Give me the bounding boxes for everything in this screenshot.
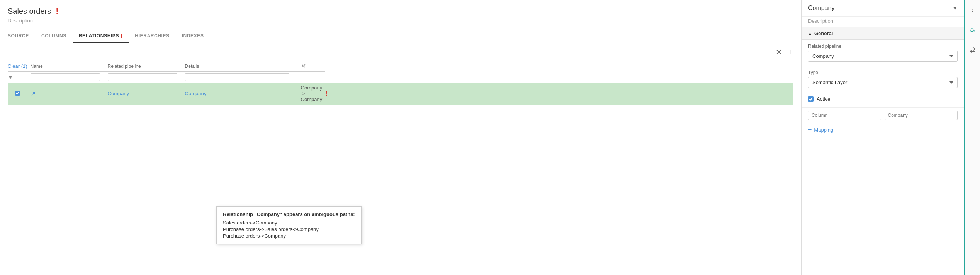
tooltip-line-3: Purchase orders->Company — [223, 233, 355, 239]
row-checkbox-cell[interactable] — [8, 83, 31, 105]
mapping-header[interactable]: + Mapping — [808, 126, 958, 133]
tab-source[interactable]: SOURCE — [8, 30, 35, 42]
type-group: Type: Semantic Layer Standard Custom — [802, 66, 964, 92]
mapping-column-input[interactable] — [808, 111, 881, 120]
panel-title-row: Sales orders ! — [8, 6, 793, 16]
right-panel: Company ▼ Description ▲ General Related … — [802, 0, 964, 275]
mapping-company-input[interactable] — [885, 111, 958, 120]
tab-hierarchies[interactable]: HIERARCHIES — [129, 30, 175, 42]
right-panel-header: Company ▼ — [802, 0, 964, 17]
filter-details-cell[interactable] — [185, 72, 301, 83]
filter-details-input[interactable] — [185, 73, 289, 81]
tooltip-line-2: Purchase orders->Sales orders->Company — [223, 226, 355, 233]
tab-bar: SOURCE COLUMNS RELATIONSHIPS ! HIERARCHI… — [0, 25, 801, 43]
row-details-cell: Company -> Company — [301, 83, 326, 105]
side-tab-connect[interactable]: ⇄ — [966, 43, 980, 57]
filter-icon: ▼ — [8, 74, 13, 80]
table-toolbar: ✕ + — [0, 43, 801, 61]
tab-error-icon: ! — [121, 33, 122, 39]
general-section-label: General — [814, 30, 833, 36]
tooltip-popup: Relationship "Company" appears on ambigu… — [216, 206, 362, 244]
side-tab-waves[interactable]: ≋ — [966, 23, 980, 37]
relationships-table: Clear (1) Name Related pipeline Details … — [0, 61, 801, 275]
col-header-close: ✕ — [301, 61, 326, 72]
col-header-details: Details — [185, 61, 301, 72]
active-checkbox-row: Active — [802, 92, 964, 106]
left-panel: Sales orders ! Description SOURCE COLUMN… — [0, 0, 802, 275]
mapping-grid — [808, 111, 958, 120]
mapping-area: + Mapping — [802, 122, 964, 137]
related-pipeline-label: Related pipeline: — [808, 44, 958, 49]
general-chevron-icon: ▲ — [808, 31, 812, 35]
row-name-cell: Company — [108, 83, 185, 105]
title-error-icon: ! — [56, 6, 58, 16]
filter-name-cell[interactable] — [31, 72, 108, 83]
connect-icon: ⇄ — [970, 46, 975, 54]
active-label: Active — [817, 96, 830, 102]
waves-icon: ≋ — [970, 25, 975, 35]
tooltip-title: Relationship "Company" appears on ambigu… — [223, 211, 355, 217]
data-table: Clear (1) Name Related pipeline Details … — [8, 61, 793, 105]
type-label: Type: — [808, 70, 958, 75]
mapping-label: Mapping — [814, 127, 833, 133]
side-tab-collapse[interactable]: › — [966, 3, 980, 17]
col-header-name: Name — [31, 61, 108, 72]
general-section-header: ▲ General — [802, 27, 964, 40]
tooltip-line-1: Sales orders->Company — [223, 219, 355, 226]
tab-relationships[interactable]: RELATIONSHIPS ! — [73, 30, 129, 43]
row-error-cell: ! — [325, 83, 793, 105]
filter-name-input[interactable] — [31, 73, 100, 81]
type-select[interactable]: Semantic Layer Standard Custom — [808, 77, 958, 88]
delete-icon[interactable]: ✕ — [776, 47, 782, 57]
tab-columns[interactable]: COLUMNS — [35, 30, 73, 42]
right-panel-title: Company — [808, 5, 834, 12]
related-pipeline-select[interactable]: Company — [808, 51, 958, 62]
right-panel-subtitle: Description — [802, 17, 964, 27]
col-header-pipeline: Related pipeline — [108, 61, 185, 72]
col-header-checkbox: Clear (1) — [8, 61, 31, 72]
page-title: Sales orders — [8, 7, 51, 16]
panel-description: Description — [8, 18, 793, 24]
header-close-icon[interactable]: ✕ — [301, 63, 306, 69]
clear-button[interactable]: Clear (1) — [8, 63, 27, 69]
side-tab-strip: › ≋ ⇄ — [964, 0, 980, 275]
filter-icon-cell: ▼ — [8, 72, 31, 83]
filter-pipeline-cell[interactable] — [108, 72, 185, 83]
tab-relationships-content: RELATIONSHIPS ! — [79, 33, 123, 39]
right-panel-dropdown-icon[interactable]: ▼ — [952, 5, 958, 11]
row-icon-cell: ↗ — [31, 83, 108, 105]
filter-empty-cell — [301, 72, 326, 83]
active-checkbox[interactable] — [808, 96, 814, 102]
row-error-icon: ! — [325, 90, 327, 97]
row-checkbox[interactable] — [15, 91, 20, 96]
tab-indexes[interactable]: INDEXES — [176, 30, 210, 42]
panel-header: Sales orders ! Description — [0, 0, 801, 25]
mapping-plus-icon: + — [808, 126, 812, 133]
related-pipeline-group: Related pipeline: Company — [802, 40, 964, 66]
add-icon[interactable]: + — [788, 47, 793, 57]
filter-row: ▼ — [8, 72, 793, 83]
table-header: Clear (1) Name Related pipeline Details … — [8, 61, 793, 72]
chevron-right-icon: › — [972, 6, 974, 14]
row-pipeline-cell: Company — [185, 83, 301, 105]
table-row[interactable]: ↗ Company Company Company -> Company ! — [8, 83, 793, 105]
relationship-icon: ↗ — [31, 90, 36, 97]
filter-pipeline-input[interactable] — [108, 73, 177, 81]
